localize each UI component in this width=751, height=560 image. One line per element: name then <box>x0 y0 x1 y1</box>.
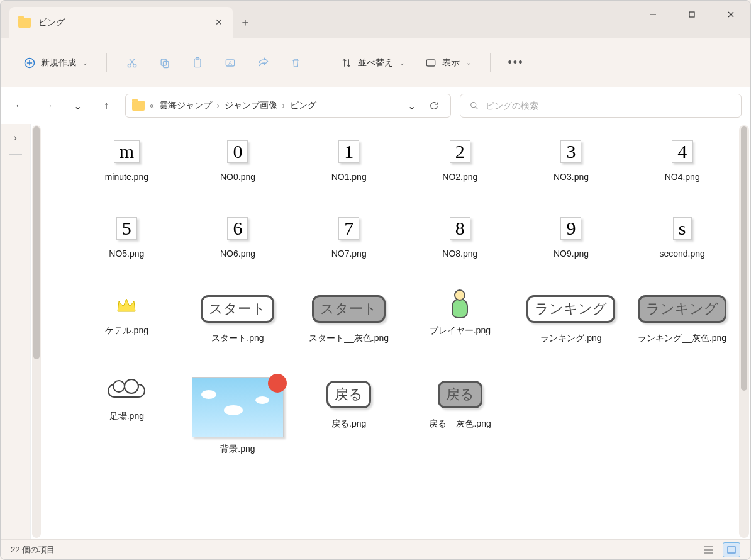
file-label: NO7.png <box>331 249 367 259</box>
cut-button[interactable] <box>118 50 146 76</box>
history-dropdown[interactable]: ⌄ <box>401 96 421 116</box>
search-box[interactable] <box>460 94 742 118</box>
file-label: 戻る__灰色.png <box>429 418 491 430</box>
new-label: 新規作成 <box>41 57 76 69</box>
file-label: プレイヤー.png <box>430 325 491 337</box>
sidebar-collapsed[interactable]: › <box>1 124 31 539</box>
svg-point-18 <box>471 103 476 108</box>
file-item[interactable]: 4NO4.png <box>633 137 732 182</box>
close-tab-icon[interactable]: ✕ <box>214 18 224 28</box>
scrollbar-right[interactable] <box>739 125 749 538</box>
details-view-toggle[interactable] <box>700 542 718 557</box>
refresh-icon <box>429 101 439 111</box>
file-label: スタート__灰色.png <box>309 333 389 344</box>
file-item[interactable]: 背景.png <box>189 376 287 455</box>
forward-button[interactable]: → <box>38 96 58 116</box>
file-item[interactable]: 3NO3.png <box>522 137 621 182</box>
content-area: › mminute.png0NO0.png1NO1.png2NO2.png3NO… <box>1 124 750 539</box>
copy-button[interactable] <box>151 50 179 76</box>
tab-active[interactable]: ピング ✕ <box>9 7 233 38</box>
breadcrumb[interactable]: « 雲海ジャンプ › ジャンプ画像 › ピング ⌄ <box>125 94 451 118</box>
file-item[interactable]: ケテル.png <box>77 290 176 344</box>
file-item[interactable]: スタートスタート__灰色.png <box>299 290 398 344</box>
tab-title: ピング <box>38 17 206 28</box>
recent-button[interactable]: ⌄ <box>67 96 87 116</box>
file-thumbnail: ランキング <box>637 290 728 328</box>
file-item[interactable]: ssecond.png <box>633 213 732 259</box>
refresh-button[interactable] <box>424 96 444 116</box>
toolbar: 新規作成 ⌄ A 並べ替え ⌄ 表示 ⌄ ••• <box>1 38 750 87</box>
file-thumbnail: 1 <box>324 137 374 167</box>
file-label: NO2.png <box>442 172 477 182</box>
share-button[interactable] <box>249 50 277 76</box>
breadcrumb-part[interactable]: ジャンプ画像 <box>225 100 277 111</box>
view-button[interactable]: 表示 ⌄ <box>417 50 479 76</box>
scrollbar-thumb[interactable] <box>33 126 40 359</box>
maximize-button[interactable] <box>672 1 711 28</box>
close-window-button[interactable] <box>711 1 750 28</box>
new-tab-button[interactable]: ＋ <box>233 9 258 35</box>
file-item[interactable]: 戻る戻る__灰色.png <box>411 376 509 455</box>
file-item[interactable]: 0NO0.png <box>189 137 287 182</box>
file-item[interactable]: ランキングランキング__灰色.png <box>633 290 732 344</box>
more-button[interactable]: ••• <box>502 50 530 76</box>
file-item[interactable]: プレイヤー.png <box>411 290 509 344</box>
minimize-button[interactable] <box>633 1 672 28</box>
file-item[interactable]: 足場.png <box>77 376 176 455</box>
scrollbar-left[interactable] <box>32 125 41 538</box>
file-label: スタート.png <box>211 333 264 344</box>
chevron-right-icon[interactable]: › <box>1 126 30 149</box>
breadcrumb-part[interactable]: 雲海ジャンプ <box>159 100 212 111</box>
file-item[interactable]: 1NO1.png <box>299 137 398 182</box>
back-button[interactable]: ← <box>9 96 30 116</box>
file-item[interactable]: 6NO6.png <box>189 213 287 259</box>
folder-icon <box>132 101 145 111</box>
thumbnail-view-toggle[interactable] <box>723 542 740 557</box>
search-icon <box>469 101 479 111</box>
breadcrumb-prefix: « <box>150 101 154 110</box>
file-label: NO8.png <box>442 249 477 259</box>
trash-icon <box>289 57 302 69</box>
address-bar: ← → ⌄ ↑ « 雲海ジャンプ › ジャンプ画像 › ピング ⌄ <box>1 87 750 124</box>
delete-button[interactable] <box>282 50 309 76</box>
file-thumbnail <box>192 376 284 439</box>
svg-line-19 <box>476 107 477 109</box>
file-item[interactable]: ランキングランキング.png <box>522 290 621 344</box>
file-label: NO6.png <box>220 249 255 259</box>
file-item[interactable]: 9NO9.png <box>522 213 621 259</box>
svg-rect-23 <box>728 547 735 553</box>
file-item[interactable]: 戻る戻る.png <box>299 376 398 455</box>
file-thumbnail: スタート <box>192 290 284 328</box>
chevron-down-icon: ⌄ <box>82 59 87 66</box>
window-controls <box>633 1 750 28</box>
file-grid: mminute.png0NO0.png1NO1.png2NO2.png3NO3.… <box>40 124 750 455</box>
file-item[interactable]: 7NO7.png <box>299 213 398 259</box>
file-item[interactable]: 8NO8.png <box>411 213 509 259</box>
paste-button[interactable] <box>184 50 211 76</box>
file-grid-scroll[interactable]: mminute.png0NO0.png1NO1.png2NO2.png3NO3.… <box>31 124 750 539</box>
sort-button[interactable]: 並べ替え ⌄ <box>333 50 412 76</box>
file-thumbnail: ランキング <box>525 290 617 328</box>
file-thumbnail: 2 <box>435 137 485 167</box>
breadcrumb-part[interactable]: ピング <box>290 100 316 111</box>
file-item[interactable]: スタートスタート.png <box>189 290 287 344</box>
item-count: 22 個の項目 <box>11 544 55 556</box>
paste-icon <box>191 57 204 69</box>
file-label: ランキング.png <box>540 333 601 344</box>
scrollbar-thumb[interactable] <box>741 126 747 391</box>
chevron-down-icon: ⌄ <box>399 59 404 66</box>
file-item[interactable]: mminute.png <box>77 137 176 182</box>
file-thumbnail: 戻る <box>303 376 395 413</box>
search-input[interactable] <box>486 101 732 111</box>
file-item[interactable]: 5NO5.png <box>77 213 176 259</box>
rename-button[interactable]: A <box>216 50 244 76</box>
new-button[interactable]: 新規作成 ⌄ <box>16 50 95 76</box>
file-thumbnail: 9 <box>546 213 596 244</box>
file-label: ケテル.png <box>105 325 148 337</box>
file-label: 戻る.png <box>331 418 366 430</box>
up-button[interactable]: ↑ <box>96 96 116 116</box>
chevron-right-icon: › <box>217 101 220 110</box>
file-item[interactable]: 2NO2.png <box>411 137 509 182</box>
svg-rect-1 <box>689 12 694 17</box>
svg-rect-11 <box>161 59 166 65</box>
